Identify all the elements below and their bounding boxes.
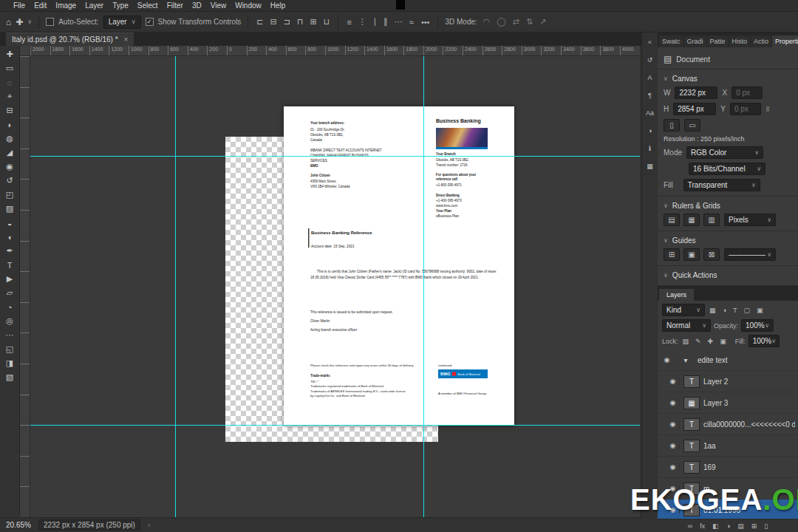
link-dimensions-icon[interactable]: ∞ <box>764 106 772 112</box>
toggle-guides-icon[interactable]: ▥ <box>703 214 720 226</box>
marquee-tool[interactable]: ▭ <box>1 61 18 75</box>
dodge-tool[interactable]: ◖ <box>1 230 18 244</box>
zoom-level-field[interactable]: 20.65% <box>6 521 31 529</box>
healing-brush-tool[interactable]: ◍ <box>1 132 18 146</box>
clone-stamp-tool[interactable]: ◉ <box>1 160 18 174</box>
layer-row[interactable]: ◉ T 1aa <box>658 435 798 457</box>
lock-transparent-icon[interactable]: ▨ <box>681 338 691 345</box>
horizontal-guide[interactable] <box>30 425 640 426</box>
layer-row[interactable]: ◉ T cilla0000000...<<<<<<<<0 d <box>658 414 798 435</box>
3d-scale-icon[interactable]: ↗ <box>538 17 548 27</box>
layer-visibility-eye-icon[interactable]: ◉ <box>666 399 680 406</box>
vertical-guide[interactable] <box>423 56 424 517</box>
new-guide-layout-icon[interactable]: ⊞ <box>664 248 680 261</box>
eraser-tool[interactable]: ◰ <box>1 188 18 202</box>
shape-tool[interactable]: ▱ <box>1 286 18 300</box>
layer-name[interactable]: Layer 2 <box>703 378 728 386</box>
layer-row[interactable]: ◉ T Layer 2 <box>658 371 798 392</box>
quick-selection-tool[interactable]: ⌖ <box>1 89 18 103</box>
link-layers-icon[interactable]: ∞ <box>688 522 692 530</box>
layer-thumbnail[interactable]: T <box>683 375 700 388</box>
quick-mask-icon[interactable]: ◨ <box>1 356 18 370</box>
horizontal-guide[interactable] <box>30 156 640 157</box>
tool-preset-caret-icon[interactable]: ∨ <box>27 18 32 25</box>
layer-name[interactable]: cilla0000000...<<<<<<<<0 d <box>703 420 795 429</box>
3d-slide-icon[interactable]: ⇅ <box>525 17 534 27</box>
brush-tool[interactable]: ◢ <box>1 146 18 160</box>
canvas-fill-dropdown[interactable]: Transparent ∨ <box>683 179 760 191</box>
align-center-v-icon[interactable]: ⊞ <box>309 17 318 27</box>
layer-thumbnail[interactable]: T <box>683 440 700 452</box>
vertical-guide[interactable] <box>175 56 176 517</box>
align-left-icon[interactable]: ⊏ <box>255 17 265 27</box>
layer-visibility-eye-icon[interactable]: ◉ <box>666 420 680 428</box>
clear-guides-icon[interactable]: ⊠ <box>703 248 720 261</box>
lock-guides-icon[interactable]: ▣ <box>683 248 700 261</box>
lock-pixels-icon[interactable]: ✎ <box>694 338 703 345</box>
rulers-grids-section-header[interactable]: ∨ Rulers & Grids <box>664 202 792 210</box>
move-tool-icon[interactable]: ✚ <box>16 17 23 27</box>
canvas-section-header[interactable]: ∨ Canvas <box>664 75 792 83</box>
status-menu-arrow-icon[interactable]: › <box>148 521 150 529</box>
menu-item[interactable]: Layer <box>81 0 108 11</box>
history-brush-tool[interactable]: ↺ <box>1 174 18 188</box>
path-selection-tool[interactable]: ▶ <box>1 272 18 286</box>
distribute-bottom-icon[interactable]: ∣ <box>372 17 379 27</box>
layer-visibility-eye-icon[interactable]: ◉ <box>666 463 680 471</box>
distribute-left-icon[interactable]: ∥ <box>382 17 389 27</box>
character-panel-icon[interactable]: A <box>644 72 657 83</box>
ruler-units-dropdown[interactable]: Pixels ∨ <box>724 214 776 226</box>
filter-smart-objects-icon[interactable]: ▣ <box>755 307 765 314</box>
menu-item[interactable]: Filter <box>163 0 188 11</box>
eyedropper-tool[interactable]: ◗ <box>1 117 18 132</box>
menu-item[interactable]: Help <box>266 0 290 11</box>
color-mode-dropdown[interactable]: RGB Color ∨ <box>686 146 763 159</box>
auto-select-checkbox[interactable] <box>46 18 54 26</box>
menu-item[interactable]: View <box>206 0 231 11</box>
more-options-icon[interactable]: ••• <box>420 18 432 27</box>
guides-section-header[interactable]: ∨ Guides <box>664 236 792 245</box>
layer-name[interactable]: 169 <box>703 463 716 471</box>
3d-pan-icon[interactable]: ⇄ <box>511 17 521 27</box>
document-page[interactable]: Your branch address: 01 - 200 Southridge… <box>284 106 514 426</box>
align-top-icon[interactable]: ⊓ <box>296 17 305 27</box>
lock-position-icon[interactable]: ✚ <box>706 338 715 345</box>
more-tools-icon[interactable]: ⋯ <box>1 328 18 342</box>
panel-tab[interactable]: Properties <box>772 35 798 47</box>
color-panel-icon[interactable]: ▦ <box>644 160 657 171</box>
auto-select-target-dropdown[interactable]: Layer ∨ <box>103 16 141 29</box>
distribute-v-center-icon[interactable]: ⋮ <box>357 17 368 27</box>
paragraph-panel-icon[interactable]: ¶ <box>644 89 657 100</box>
crop-tool[interactable]: ⊟ <box>1 103 18 117</box>
quick-actions-section-header[interactable]: ∨ Quick Actions <box>664 271 792 279</box>
distribute-h-center-icon[interactable]: ⋯ <box>393 17 404 27</box>
layer-row[interactable]: ◉ T 169 <box>658 457 798 478</box>
blend-mode-dropdown[interactable]: Normal ∨ <box>662 319 711 332</box>
toggle-grid-icon[interactable]: ▦ <box>683 214 700 226</box>
add-mask-icon[interactable]: ◧ <box>712 522 719 530</box>
gradient-tool[interactable]: ▨ <box>1 202 18 216</box>
delete-layer-icon[interactable]: ▯ <box>764 522 768 530</box>
opacity-field[interactable]: 100% ∨ <box>741 319 774 332</box>
glyphs-panel-icon[interactable]: Aa <box>644 107 657 118</box>
new-layer-icon[interactable]: ⊞ <box>751 522 757 530</box>
layer-name[interactable]: Layer 3 <box>703 399 728 407</box>
layer-visibility-eye-icon[interactable]: ◉ <box>666 442 680 449</box>
layer-effects-icon[interactable]: fx <box>700 522 705 530</box>
blur-tool[interactable]: ◒ <box>1 216 18 230</box>
layer-row[interactable]: ◉ ▾ edite text <box>658 349 798 371</box>
filter-shape-layers-icon[interactable]: ▢ <box>742 307 751 314</box>
layer-thumbnail[interactable]: T <box>683 418 700 431</box>
canvas-viewport[interactable]: Your branch address: 01 - 200 Southridge… <box>30 56 640 517</box>
panel-tab[interactable]: Swatc <box>659 35 683 47</box>
panel-tab[interactable]: Actio <box>751 35 771 47</box>
menu-item[interactable]: Select <box>133 0 163 11</box>
layer-name[interactable]: edite text <box>698 356 728 364</box>
width-field[interactable]: 2232 px <box>675 86 717 99</box>
menu-item[interactable]: Window <box>231 0 266 11</box>
ruler-origin-corner[interactable] <box>20 46 30 56</box>
hand-tool[interactable]: ◔ <box>1 300 18 314</box>
history-panel-icon[interactable]: ↺ <box>644 54 657 65</box>
3d-rotate-icon[interactable]: ◠ <box>482 17 492 27</box>
panel-tab[interactable]: Patte <box>707 35 729 47</box>
